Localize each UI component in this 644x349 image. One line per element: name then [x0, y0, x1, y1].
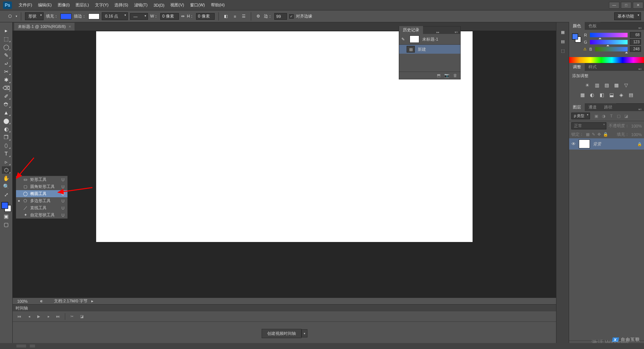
- workspace-switcher[interactable]: 基本功能: [614, 12, 641, 20]
- opacity-value[interactable]: 100%: [631, 124, 642, 128]
- flyout-polygon[interactable]: ■⬠ 多边形工具 U: [16, 197, 67, 204]
- adj-channelmix-icon[interactable]: ◈: [618, 91, 625, 98]
- adj-levels-icon[interactable]: ▥: [594, 82, 600, 88]
- tab-color[interactable]: 颜色: [569, 22, 585, 30]
- eraser-tool[interactable]: ▲: [2, 109, 11, 116]
- color-swatches[interactable]: [1, 202, 11, 212]
- visibility-icon[interactable]: 👁: [571, 141, 576, 147]
- tab-close-icon[interactable]: ×: [69, 25, 71, 29]
- b-slider[interactable]: [595, 47, 628, 51]
- fill-swatch[interactable]: [60, 13, 72, 19]
- history-step[interactable]: ▤ 新建: [399, 44, 460, 54]
- color-spectrum[interactable]: [569, 57, 644, 63]
- zoom-tool[interactable]: 🔍: [2, 183, 11, 190]
- panel-menu-icon[interactable]: ▾≡: [636, 108, 644, 111]
- menu-3d[interactable]: 3D(D): [151, 1, 167, 9]
- fill-opacity-value[interactable]: 100%: [631, 132, 642, 137]
- quickmask-toggle[interactable]: ▣: [2, 213, 11, 220]
- lasso-tool[interactable]: ◯: [2, 43, 11, 51]
- stroke-style-dropdown[interactable]: —: [130, 13, 148, 20]
- flyout-rectangle[interactable]: ▭ 矩形工具 U: [16, 176, 67, 183]
- r-value[interactable]: 68: [630, 32, 641, 38]
- adj-bw-icon[interactable]: ◧: [599, 91, 605, 98]
- flyout-ellipse[interactable]: ◯ 椭圆工具 U: [16, 190, 67, 197]
- timeline-transition-icon[interactable]: ◪: [79, 314, 85, 320]
- screenmode-toggle[interactable]: ▢: [2, 221, 11, 228]
- timeline-prev-icon[interactable]: ◂: [26, 314, 32, 320]
- eyedropper-tool[interactable]: ✂: [2, 68, 11, 75]
- dodge-tool[interactable]: ❐: [2, 133, 11, 141]
- sides-input[interactable]: [274, 13, 287, 20]
- g-slider[interactable]: [590, 40, 628, 44]
- canvas-viewport[interactable]: [13, 31, 556, 298]
- dock-icon-2[interactable]: ▤: [561, 39, 565, 44]
- shape-tool[interactable]: ⬡: [2, 166, 11, 174]
- panel-collapse-icon[interactable]: ▸▸: [434, 31, 442, 34]
- tab-channels[interactable]: 通道: [585, 103, 600, 111]
- delete-state-icon[interactable]: 🗑: [453, 73, 457, 78]
- menu-layer[interactable]: 图层(L): [73, 0, 92, 10]
- doc-info-arrow-icon[interactable]: ▸: [91, 299, 94, 304]
- lock-icon[interactable]: 🔒: [637, 142, 642, 146]
- adj-colorbalance-icon[interactable]: ◐: [589, 91, 596, 98]
- menu-help[interactable]: 帮助(H): [208, 0, 228, 10]
- lock-paint-icon[interactable]: ✎: [592, 132, 595, 137]
- tab-adjustments[interactable]: 调整: [569, 63, 585, 71]
- document-tab[interactable]: 未标题-1 @ 100%(RGB/8) ×: [14, 23, 75, 31]
- close-button[interactable]: ✕: [633, 2, 643, 9]
- adj-hue-icon[interactable]: ▦: [579, 91, 586, 98]
- create-timeline-dropdown[interactable]: ▾: [302, 329, 307, 337]
- adj-curves-icon[interactable]: ▨: [603, 82, 610, 88]
- menu-edit[interactable]: 编辑(E): [35, 0, 55, 10]
- filter-shape-icon[interactable]: ▢: [616, 113, 621, 119]
- blur-tool[interactable]: ◐: [2, 125, 11, 133]
- history-snapshot[interactable]: ✎ 未标题-1: [399, 34, 460, 44]
- filter-smart-icon[interactable]: ◪: [624, 113, 629, 119]
- minimize-button[interactable]: —: [609, 2, 619, 9]
- history-brush-icon[interactable]: ✎: [401, 37, 407, 42]
- stroke-swatch[interactable]: [88, 13, 100, 19]
- b-value[interactable]: 248: [630, 46, 641, 52]
- hand-tool[interactable]: ✋: [2, 174, 11, 182]
- timeline-play-icon[interactable]: ▶: [36, 314, 42, 320]
- quick-select-tool[interactable]: ✎: [2, 51, 11, 59]
- pen-tool[interactable]: ⬯: [2, 142, 11, 149]
- flyout-line[interactable]: ／ 直线工具 U: [16, 204, 67, 211]
- filter-pixel-icon[interactable]: ▣: [594, 113, 599, 119]
- width-input[interactable]: [160, 13, 179, 20]
- adj-brightness-icon[interactable]: ☀: [584, 82, 591, 88]
- menu-window[interactable]: 窗口(W): [187, 0, 208, 10]
- swap-tool[interactable]: ⤢: [2, 191, 11, 198]
- menu-type[interactable]: 文字(Y): [92, 0, 112, 10]
- adj-vibrance-icon[interactable]: ▽: [623, 82, 629, 88]
- tab-layers[interactable]: 图层: [569, 103, 585, 111]
- create-doc-icon[interactable]: ⬒: [437, 73, 441, 78]
- stamp-tool[interactable]: ✐: [2, 92, 11, 100]
- gradient-tool[interactable]: ⬤: [2, 117, 11, 125]
- pathfinder-icon[interactable]: ◧: [222, 13, 229, 20]
- tab-swatches[interactable]: 色板: [585, 22, 600, 30]
- menu-select[interactable]: 选择(S): [111, 0, 131, 10]
- panel-menu-icon[interactable]: ▾≡: [636, 26, 644, 30]
- menu-view[interactable]: 视图(V): [167, 0, 187, 10]
- layer-thumbnail[interactable]: [579, 139, 590, 148]
- layer-filter-dropdown[interactable]: ρ 类型: [571, 113, 590, 119]
- panel-menu-icon[interactable]: ▾≡: [452, 31, 460, 34]
- g-value[interactable]: 123: [630, 39, 641, 45]
- crop-tool[interactable]: ⤾: [2, 60, 11, 67]
- panel-menu-icon[interactable]: ▾≡: [636, 67, 644, 71]
- color-panel-fg[interactable]: [572, 34, 578, 40]
- filter-adjust-icon[interactable]: ◑: [601, 113, 606, 119]
- shape-mode-dropdown[interactable]: 形状: [25, 12, 44, 20]
- stroke-width-input[interactable]: 0.16 点: [102, 12, 128, 20]
- adj-exposure-icon[interactable]: ▩: [613, 82, 620, 88]
- lock-all-icon[interactable]: 🔒: [603, 132, 608, 137]
- menu-file[interactable]: 文件(F): [16, 0, 35, 10]
- arrange-icon[interactable]: ☰: [240, 13, 247, 20]
- height-input[interactable]: [196, 13, 215, 20]
- snapshot-icon[interactable]: 📷: [444, 73, 449, 78]
- foreground-color[interactable]: [1, 202, 8, 209]
- healing-tool[interactable]: ✱: [2, 76, 11, 84]
- brush-tool[interactable]: ⌫: [2, 84, 11, 92]
- blend-mode-dropdown[interactable]: 正常: [571, 122, 606, 129]
